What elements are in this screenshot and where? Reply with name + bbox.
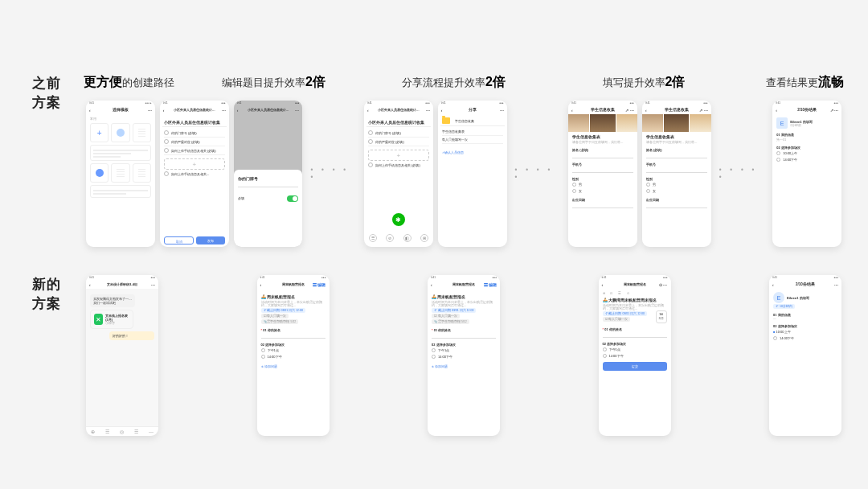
old-result-phone: 9:41●●● ‹2/10份结果↗ ⋯ E Eileen1 的填写2分钟前 01… bbox=[772, 101, 841, 247]
template-preview[interactable] bbox=[90, 145, 151, 161]
answer-selected: ■ 10:00上午 bbox=[773, 328, 837, 335]
required-toggle[interactable] bbox=[287, 195, 298, 202]
template-card[interactable] bbox=[90, 163, 108, 183]
share-services: ☰⊘◧⊞ bbox=[364, 234, 433, 242]
after-label: 新的 方案 bbox=[32, 275, 60, 314]
edit-button[interactable]: ☰ 编辑 bbox=[484, 282, 497, 287]
chat-message: 好的好的！ bbox=[109, 331, 154, 340]
add-question[interactable]: + bbox=[164, 158, 225, 170]
ellipsis-icon: • • • • • bbox=[510, 166, 567, 181]
more-icon[interactable]: ⋯ bbox=[148, 108, 152, 113]
template-card[interactable] bbox=[133, 123, 151, 142]
option[interactable]: 下午1点 bbox=[603, 346, 667, 352]
template-card[interactable] bbox=[111, 163, 129, 183]
new-create-phone: 9:41●●● ‹艾米设计师班级3-4组⋯ 我发现腾讯文档发布了一…我们一起试试… bbox=[86, 275, 158, 436]
add-question-link[interactable]: ⊕ 添加问题 bbox=[261, 364, 326, 368]
template-card[interactable] bbox=[111, 123, 129, 142]
question-settings-sheet: 你的门牌号 必填 bbox=[234, 170, 303, 247]
before-label: 之前 方案 bbox=[32, 74, 60, 113]
option[interactable]: 14:00下午 bbox=[603, 352, 667, 359]
new-edit-phone: 9:41●●● ‹周末帆船营报名 ☰ 编辑 🚣 周末帆船营报名 活动时间为本周末… bbox=[257, 275, 330, 436]
old-edit-a-phone: 9:41●●● ‹小区外来人员居住信息统计…⋯ 小区外来人员居住信息统计收集 你… bbox=[160, 101, 229, 247]
ellipsis-icon: • • • • • bbox=[305, 166, 362, 181]
chat-dock: ⊕ ☰ ◎ ☰ ⋯ bbox=[86, 426, 158, 436]
avatar: E bbox=[776, 117, 788, 129]
new-share-phone: 9:41●●● ‹周末帆船营报名 ☰ 编辑 🚣 周末帆船营报名 活动时间为本周末… bbox=[428, 275, 500, 436]
chat-message: 我发现腾讯文档发布了一…我们一起试试吧 bbox=[90, 294, 135, 307]
old-share-b-phone: 9:41●●● ‹分享⋯ 学生信息收集 学生信息收集表 每人只能填写一次 ✓ 确… bbox=[438, 101, 507, 247]
back-icon[interactable]: ‹ bbox=[89, 108, 91, 113]
old-edit-b-phone: 9:41●●● ‹小区外来人员居住信息统计…⋯ 你的门牌号 必填 bbox=[234, 101, 303, 247]
template-card[interactable] bbox=[133, 163, 151, 183]
publish-button[interactable]: 发布 bbox=[196, 236, 224, 244]
old-create-phone: 9:41●●● ▸ ‹选择模板⋯ 常用 + bbox=[86, 101, 155, 247]
question-item[interactable]: 你的门牌号 (必填) bbox=[164, 129, 225, 138]
before-row: 9:41●●● ▸ ‹选择模板⋯ 常用 + 9:41●●● ‹小区外来人员居住信… bbox=[84, 101, 844, 247]
date-badge: 143月 bbox=[656, 310, 667, 323]
mini-program-card[interactable]: ✕ 艾米线上报名表(3月)小程序 bbox=[90, 310, 133, 329]
app-icon: ✕ bbox=[94, 314, 103, 325]
old-fill-a-phone: 9:41●●● ‹学生信息收集↗ ⋯ 学生信息收集表 请各位同学于周五前填写，我… bbox=[568, 101, 637, 247]
new-fill-phone: 9:41●●● ‹周末帆船营报名⊙ ⋯ ⊕ ⊡ ☰ ⊙ 🚣 大鹏湾周末帆船营周末… bbox=[599, 275, 671, 436]
edit-button[interactable]: ☰ 编辑 bbox=[313, 282, 326, 287]
old-fill-b-phone: 9:41●●● ‹学生信息收集↗ ⋯ 学生信息收集表 请各位同学于周五前填写，我… bbox=[642, 101, 711, 247]
time-tag: ⏱ 10分钟内 bbox=[773, 304, 795, 309]
question-item[interactable]: 如何上传手机信息及相关 (必填) bbox=[164, 146, 225, 155]
cancel-button[interactable]: 取消 bbox=[164, 236, 194, 244]
folder-icon bbox=[442, 117, 450, 124]
column-headings: 更方便的创建路径 编辑题目提升效率2倍 分享流程提升效率2倍 填写提升效率2倍 … bbox=[84, 74, 844, 91]
new-result-phone: 9:41●●● ‹2/10份结果⋯ E Eileen1 的填写 ⏱ 10分钟内 … bbox=[769, 275, 841, 436]
old-share-a-phone: 9:41●●● ‹小区外来人员居住信息统计…⋯ 小区外来人员居住信息统计收集 你… bbox=[364, 101, 433, 247]
after-row: 9:41●●● ‹艾米设计师班级3-4组⋯ 我发现腾讯文档发布了一…我们一起试试… bbox=[84, 275, 844, 436]
template-new[interactable]: + bbox=[90, 123, 108, 142]
avatar: E bbox=[773, 292, 784, 303]
top-action-chips[interactable]: ⊕ ⊡ ☰ ⊙ bbox=[603, 292, 667, 295]
form-title: 小区外来人员居住信息统计收集 bbox=[164, 120, 225, 125]
answer-option: 14:00下午 bbox=[773, 335, 837, 341]
ellipsis-icon: • • • • • bbox=[714, 166, 771, 181]
wechat-share-icon[interactable]: ✱ bbox=[392, 213, 405, 226]
submit-button[interactable]: 提交 bbox=[603, 362, 667, 371]
hero-image bbox=[568, 114, 637, 132]
add-question[interactable]: + bbox=[368, 150, 429, 161]
question-item[interactable]: 你的严重对应 (必填) bbox=[164, 138, 225, 146]
